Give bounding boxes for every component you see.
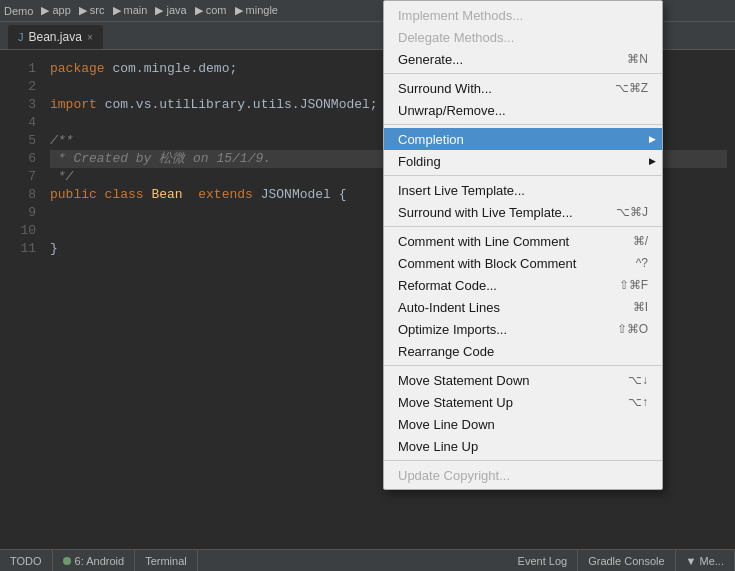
menu-label-surround-live-template: Surround with Live Template... — [398, 205, 596, 220]
menu-label-auto-indent: Auto-Indent Lines — [398, 300, 613, 315]
menu-label-completion: Completion — [398, 132, 628, 147]
menu-label-optimize-imports: Optimize Imports... — [398, 322, 597, 337]
mingle-label[interactable]: ▶ mingle — [235, 4, 278, 17]
maven-label: ▼ Me... — [686, 555, 724, 567]
menu-separator-6 — [384, 460, 662, 461]
menu-label-move-line-down: Move Line Down — [398, 417, 628, 432]
status-event-log[interactable]: Event Log — [508, 550, 579, 571]
toolbar-icons: Demo ▶ app ▶ src ▶ main ▶ java ▶ com ▶ m… — [4, 4, 284, 17]
java-label[interactable]: ▶ java — [155, 4, 186, 17]
tab-icon: J — [18, 31, 24, 43]
menu-item-comment-block[interactable]: Comment with Block Comment ^? — [384, 252, 662, 274]
menu-label-implement-methods: Implement Methods... — [398, 8, 628, 23]
main-label[interactable]: ▶ main — [113, 4, 148, 17]
line-numbers: 1 2 3 4 5 6 7 8 9 10 11 — [0, 60, 44, 258]
menu-label-update-copyright: Update Copyright... — [398, 468, 628, 483]
menu-label-generate: Generate... — [398, 52, 607, 67]
menu-item-generate[interactable]: Generate... ⌘N — [384, 48, 662, 70]
status-todo[interactable]: TODO — [0, 550, 53, 571]
event-log-label: Event Log — [518, 555, 568, 567]
menu-label-delegate-methods: Delegate Methods... — [398, 30, 628, 45]
menu-item-unwrap-remove[interactable]: Unwrap/Remove... — [384, 99, 662, 121]
menu-label-rearrange-code: Rearrange Code — [398, 344, 628, 359]
menu-separator-4 — [384, 226, 662, 227]
menu-shortcut-auto-indent: ⌘I — [633, 300, 648, 314]
context-menu: Implement Methods... Delegate Methods...… — [383, 0, 663, 490]
status-bar: TODO 6: Android Terminal Event Log Gradl… — [0, 549, 735, 571]
menu-shortcut-move-statement-down: ⌥↓ — [628, 373, 648, 387]
terminal-label: Terminal — [145, 555, 187, 567]
menu-label-move-statement-down: Move Statement Down — [398, 373, 608, 388]
menu-label-surround-with: Surround With... — [398, 81, 595, 96]
menu-item-completion[interactable]: Completion — [384, 128, 662, 150]
menu-separator-3 — [384, 175, 662, 176]
menu-shortcut-surround-live-template: ⌥⌘J — [616, 205, 648, 219]
menu-item-auto-indent[interactable]: Auto-Indent Lines ⌘I — [384, 296, 662, 318]
menu-shortcut-comment-block: ^? — [636, 256, 648, 270]
menu-item-move-statement-up[interactable]: Move Statement Up ⌥↑ — [384, 391, 662, 413]
menu-item-reformat-code[interactable]: Reformat Code... ⇧⌘F — [384, 274, 662, 296]
menu-shortcut-reformat-code: ⇧⌘F — [619, 278, 648, 292]
status-android[interactable]: 6: Android — [53, 550, 136, 571]
menu-item-rearrange-code[interactable]: Rearrange Code — [384, 340, 662, 362]
menu-label-comment-line: Comment with Line Comment — [398, 234, 613, 249]
demo-label[interactable]: Demo — [4, 5, 33, 17]
menu-item-optimize-imports[interactable]: Optimize Imports... ⇧⌘O — [384, 318, 662, 340]
menu-item-update-copyright[interactable]: Update Copyright... — [384, 464, 662, 486]
menu-item-move-line-down[interactable]: Move Line Down — [384, 413, 662, 435]
menu-shortcut-move-statement-up: ⌥↑ — [628, 395, 648, 409]
menu-label-unwrap-remove: Unwrap/Remove... — [398, 103, 628, 118]
com-label[interactable]: ▶ com — [195, 4, 227, 17]
menu-item-delegate-methods[interactable]: Delegate Methods... — [384, 26, 662, 48]
menu-label-comment-block: Comment with Block Comment — [398, 256, 616, 271]
src-label[interactable]: ▶ src — [79, 4, 105, 17]
tab-bean-java[interactable]: J Bean.java × — [8, 25, 103, 49]
tab-close-button[interactable]: × — [87, 32, 93, 43]
gradle-console-label: Gradle Console — [588, 555, 664, 567]
tab-label: Bean.java — [29, 30, 82, 44]
menu-shortcut-generate: ⌘N — [627, 52, 648, 66]
menu-label-move-line-up: Move Line Up — [398, 439, 628, 454]
menu-separator-2 — [384, 124, 662, 125]
menu-item-implement-methods[interactable]: Implement Methods... — [384, 4, 662, 26]
app-label[interactable]: ▶ app — [41, 4, 70, 17]
menu-label-reformat-code: Reformat Code... — [398, 278, 599, 293]
status-terminal[interactable]: Terminal — [135, 550, 198, 571]
menu-item-insert-live-template[interactable]: Insert Live Template... — [384, 179, 662, 201]
status-maven[interactable]: ▼ Me... — [676, 550, 735, 571]
menu-shortcut-surround-with: ⌥⌘Z — [615, 81, 648, 95]
status-gradle-console[interactable]: Gradle Console — [578, 550, 675, 571]
menu-label-folding: Folding — [398, 154, 628, 169]
menu-item-move-line-up[interactable]: Move Line Up — [384, 435, 662, 457]
menu-item-surround-with[interactable]: Surround With... ⌥⌘Z — [384, 77, 662, 99]
menu-item-folding[interactable]: Folding — [384, 150, 662, 172]
menu-item-surround-live-template[interactable]: Surround with Live Template... ⌥⌘J — [384, 201, 662, 223]
menu-item-comment-line[interactable]: Comment with Line Comment ⌘/ — [384, 230, 662, 252]
todo-label: TODO — [10, 555, 42, 567]
android-label: 6: Android — [75, 555, 125, 567]
menu-separator-1 — [384, 73, 662, 74]
menu-shortcut-optimize-imports: ⇧⌘O — [617, 322, 648, 336]
menu-label-move-statement-up: Move Statement Up — [398, 395, 608, 410]
menu-item-move-statement-down[interactable]: Move Statement Down ⌥↓ — [384, 369, 662, 391]
menu-label-insert-live-template: Insert Live Template... — [398, 183, 628, 198]
menu-shortcut-comment-line: ⌘/ — [633, 234, 648, 248]
android-dot — [63, 557, 71, 565]
menu-separator-5 — [384, 365, 662, 366]
